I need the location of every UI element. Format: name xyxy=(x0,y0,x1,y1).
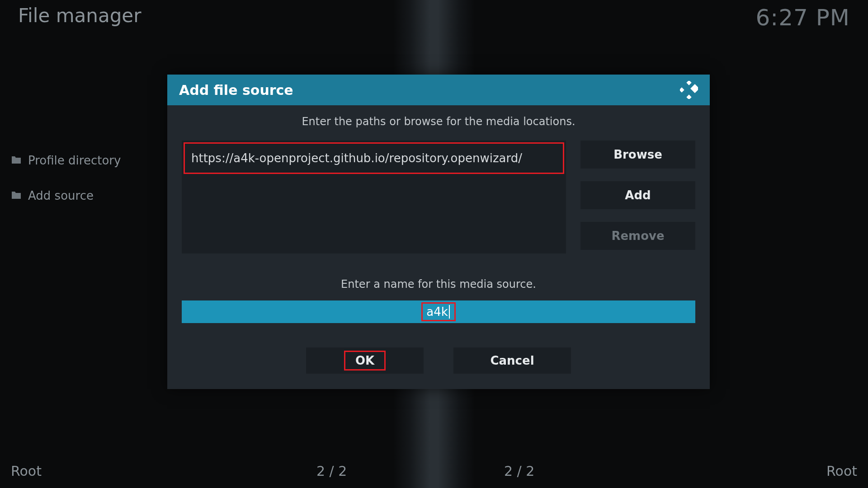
left-file-list: Profile directory Add source xyxy=(11,154,121,224)
status-right: Root xyxy=(434,463,857,479)
source-name-input[interactable]: a4k xyxy=(182,300,695,323)
svg-rect-1 xyxy=(686,94,691,99)
svg-rect-3 xyxy=(690,84,698,93)
sidebar-item-profile-directory[interactable]: Profile directory xyxy=(11,154,121,167)
folder-icon xyxy=(11,154,22,167)
status-bar: Root 2 / 2 2 / 2 Root xyxy=(0,463,868,479)
kodi-logo-icon xyxy=(680,81,698,99)
ok-button[interactable]: OK xyxy=(306,347,424,374)
status-counter-right: 2 / 2 xyxy=(504,463,534,479)
source-name-value: a4k xyxy=(426,305,448,319)
status-counter-left: 2 / 2 xyxy=(316,463,347,479)
add-file-source-dialog: Add file source Enter the paths or brows… xyxy=(167,75,710,389)
svg-rect-0 xyxy=(686,81,691,85)
folder-icon xyxy=(11,189,22,202)
header-bar: File manager 6:27 PM xyxy=(0,5,868,31)
cancel-button[interactable]: Cancel xyxy=(453,347,571,374)
sidebar-item-add-source[interactable]: Add source xyxy=(11,189,121,202)
sidebar-item-label: Add source xyxy=(28,189,94,202)
paths-instruction: Enter the paths or browse for the media … xyxy=(182,115,695,128)
remove-button: Remove xyxy=(580,222,695,250)
dialog-title: Add file source xyxy=(179,82,293,98)
browse-button[interactable]: Browse xyxy=(580,141,695,169)
sidebar-item-label: Profile directory xyxy=(28,154,121,167)
status-left: Root xyxy=(11,463,434,479)
add-button[interactable]: Add xyxy=(580,181,695,209)
dialog-title-bar: Add file source xyxy=(167,75,710,105)
name-instruction: Enter a name for this media source. xyxy=(182,278,695,291)
path-input[interactable]: https://a4k-openproject.github.io/reposi… xyxy=(184,142,564,174)
clock: 6:27 PM xyxy=(756,5,850,31)
paths-listbox[interactable]: https://a4k-openproject.github.io/reposi… xyxy=(182,141,566,253)
page-title: File manager xyxy=(18,5,141,27)
text-caret xyxy=(449,305,450,319)
svg-rect-2 xyxy=(680,87,684,92)
